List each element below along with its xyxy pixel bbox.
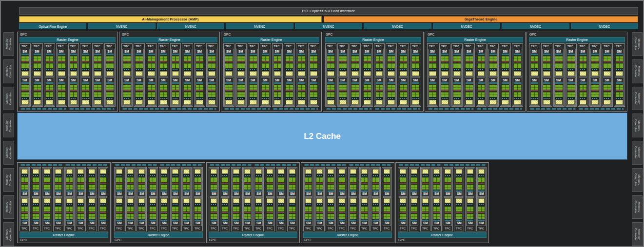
tpc-block: SMSMTPC [20, 167, 30, 231]
raster-engine-bar: Raster Engine [121, 37, 217, 42]
memory-controller-label-line1: Memory [5, 201, 9, 213]
sm-label: SM [456, 192, 462, 196]
tpc-block: TPCSMSM [308, 43, 319, 107]
tpc-label: TPC [65, 227, 74, 230]
sm-core-block [441, 56, 449, 61]
sm-core-block [208, 92, 215, 97]
sm-unit: SM [338, 77, 348, 106]
raster-engine-bar: Raster Engine [20, 37, 116, 42]
sm-scheduler-bar [412, 54, 419, 55]
memory-controller-label: MemoryController [634, 146, 641, 159]
sm-divider [211, 212, 217, 213]
tpc-label: TPC [249, 44, 258, 48]
sm-unit: SM [440, 49, 449, 77]
sm-dash-bar [44, 174, 50, 176]
sm-dash-bar [316, 204, 323, 206]
sm-dash-bar [34, 97, 41, 99]
sm-divider [244, 183, 251, 184]
sm-label: SM [66, 221, 73, 225]
sm-label: SM [233, 192, 239, 196]
sm-divider [136, 90, 143, 91]
sm-divider [456, 183, 462, 184]
sm-unit: SM [338, 197, 346, 226]
tpc-block: TPCSMSM [325, 43, 336, 107]
sm-unit: SM [383, 168, 391, 197]
sm-core-block [274, 56, 281, 61]
sm-core-block [350, 206, 356, 211]
sm-core-block [289, 206, 295, 211]
memory-controller-label-line1: Memory [637, 146, 641, 159]
sm-dash-bar [580, 69, 587, 71]
sm-core-block [46, 56, 53, 61]
sm-unit: SM [207, 77, 216, 106]
memory-controller-label-line1: Memory [637, 173, 641, 186]
sm-core-block [267, 184, 273, 190]
sm-core-block [106, 92, 114, 97]
sm-core-block [555, 84, 563, 90]
sm-cache-block [136, 100, 143, 105]
sm-scheduler-bar [400, 54, 407, 55]
sm-divider [604, 90, 611, 91]
sm-label: SM [160, 78, 167, 82]
sm-divider [237, 90, 245, 91]
sm-label: SM [138, 192, 145, 196]
sm-dash-bar [55, 204, 61, 206]
sm-cache-block [441, 100, 449, 105]
sm-dash-bar [46, 69, 53, 71]
sm-scheduler-bar [286, 54, 293, 55]
sm-scheduler-bar [441, 54, 449, 55]
sm-label: SM [531, 50, 538, 54]
sm-label: SM [616, 50, 623, 54]
sm-label: SM [467, 192, 473, 196]
sm-label: SM [289, 221, 295, 225]
sm-divider [233, 212, 239, 213]
sm-unit: SM [99, 197, 107, 226]
sm-unit: SM [444, 197, 452, 226]
tpc-row: SMSMTPCSMSMTPCSMSMTPCSMSMTPCSMSMTPCSMSMT… [303, 167, 392, 231]
sm-core-block [148, 56, 155, 61]
sm-label: SM [478, 221, 485, 225]
gpc-block: SMSMTPCSMSMTPCSMSMTPCSMSMTPCSMSMTPCSMSMT… [395, 162, 489, 243]
sm-core-block [116, 177, 122, 182]
sm-label: SM [327, 50, 334, 54]
texture-bars [398, 164, 487, 166]
tpc-block: TPCSMSM [20, 43, 31, 107]
tpc-label: TPC [315, 227, 324, 230]
sm-unit: SM [488, 77, 498, 106]
memory-controller-label: MemoryController [5, 92, 12, 105]
sm-core-block [286, 63, 293, 68]
memory-controller-label: MemoryController [5, 228, 12, 241]
media-engine-row: Optical Flow EngineNVENCNVENCNVENCNVENCN… [19, 23, 638, 29]
sm-label: SM [433, 192, 440, 196]
sm-unit: SM [554, 77, 564, 106]
gpc-block: GPCRaster EngineTPCSMSMTPCSMSMTPCSMSMTPC… [119, 32, 220, 112]
sm-label: SM [531, 78, 538, 82]
sm-cache-block [172, 100, 179, 105]
sm-divider [376, 90, 383, 91]
sm-divider [274, 61, 281, 62]
sm-core-block [244, 206, 251, 211]
sm-core-block [233, 213, 239, 219]
tpc-block: TPCSMSM [362, 43, 373, 107]
sm-unit: SM [171, 168, 179, 197]
sm-divider [116, 212, 122, 213]
sm-core-block [567, 92, 575, 97]
sm-dash-bar [267, 174, 273, 176]
sm-core-block [489, 92, 497, 97]
sm-divider [467, 183, 473, 184]
sm-cache-block [422, 169, 429, 174]
sm-divider [255, 183, 262, 184]
sm-cache-block [58, 71, 65, 76]
sm-dash-bar [591, 69, 599, 71]
sm-core-block [339, 56, 347, 61]
sm-label: SM [388, 50, 395, 54]
sm-cache-block [138, 198, 145, 203]
sm-core-block [123, 56, 131, 61]
tpc-label: TPC [326, 44, 335, 48]
sm-unit: SM [77, 168, 85, 197]
tpc-block: TPCSMSM [80, 43, 91, 107]
gpc-block: GPCRaster EngineTPCSMSMTPCSMSMTPCSMSMTPC… [323, 32, 424, 112]
sm-dash-bar [591, 97, 599, 99]
tpc-block: SMSMTPC [242, 167, 253, 231]
sm-label: SM [33, 192, 39, 196]
